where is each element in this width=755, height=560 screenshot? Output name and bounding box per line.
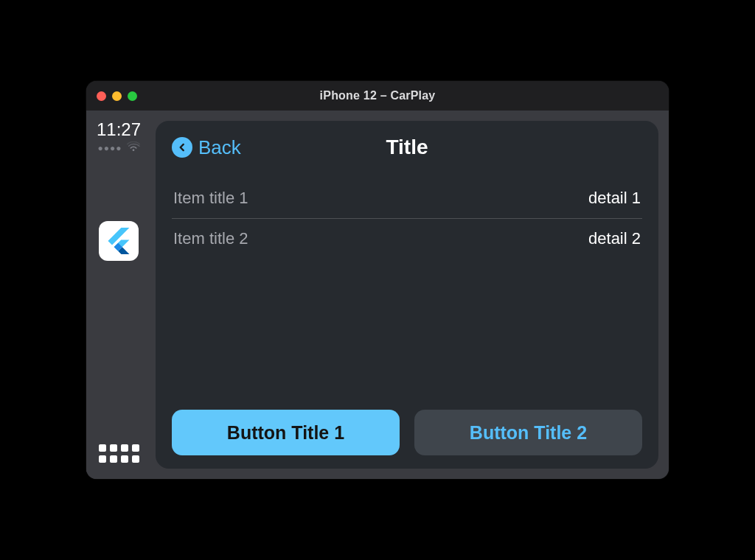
window-titlebar: iPhone 12 – CarPlay xyxy=(86,81,669,111)
simulator-window: iPhone 12 – CarPlay 11:27 ●●●● xyxy=(86,81,669,479)
content-wrap: Back Title Item title 1 detail 1 Item ti… xyxy=(151,111,669,479)
content-panel: Back Title Item title 1 detail 1 Item ti… xyxy=(156,121,658,469)
status-cluster: 11:27 ●●●● xyxy=(86,119,151,155)
page-title: Title xyxy=(172,136,642,159)
window-body: 11:27 ●●●● xyxy=(86,111,669,479)
chevron-left-icon xyxy=(172,137,192,158)
traffic-lights xyxy=(97,91,137,101)
app-icon-wrap xyxy=(99,221,139,444)
list-item[interactable]: Item title 2 detail 2 xyxy=(172,219,642,259)
primary-action-button[interactable]: Button Title 1 xyxy=(172,410,400,455)
nav-bar: Back Title xyxy=(172,133,642,162)
button-row: Button Title 1 Button Title 2 xyxy=(172,410,642,455)
list-item-detail: detail 2 xyxy=(588,229,641,248)
carplay-home-icon[interactable] xyxy=(99,444,139,463)
flutter-app-icon[interactable] xyxy=(99,221,139,261)
clock: 11:27 xyxy=(97,119,141,140)
status-row: ●●●● xyxy=(98,141,140,155)
list-item-title: Item title 1 xyxy=(173,189,248,208)
minimize-window-button[interactable] xyxy=(112,91,122,101)
window-title: iPhone 12 – CarPlay xyxy=(86,89,669,102)
info-list: Item title 1 detail 1 Item title 2 detai… xyxy=(172,178,642,259)
close-window-button[interactable] xyxy=(97,91,106,101)
maximize-window-button[interactable] xyxy=(128,91,137,101)
flutter-logo-icon xyxy=(105,228,132,254)
secondary-action-button[interactable]: Button Title 2 xyxy=(414,410,642,455)
back-button[interactable]: Back xyxy=(172,136,241,159)
list-item-title: Item title 2 xyxy=(173,229,248,248)
back-label: Back xyxy=(198,136,241,159)
list-item[interactable]: Item title 1 detail 1 xyxy=(172,178,642,219)
cellular-signal-icon: ●●●● xyxy=(98,143,122,153)
list-item-detail: detail 1 xyxy=(588,189,641,208)
wifi-icon xyxy=(127,141,140,155)
carplay-sidebar: 11:27 ●●●● xyxy=(86,111,151,479)
